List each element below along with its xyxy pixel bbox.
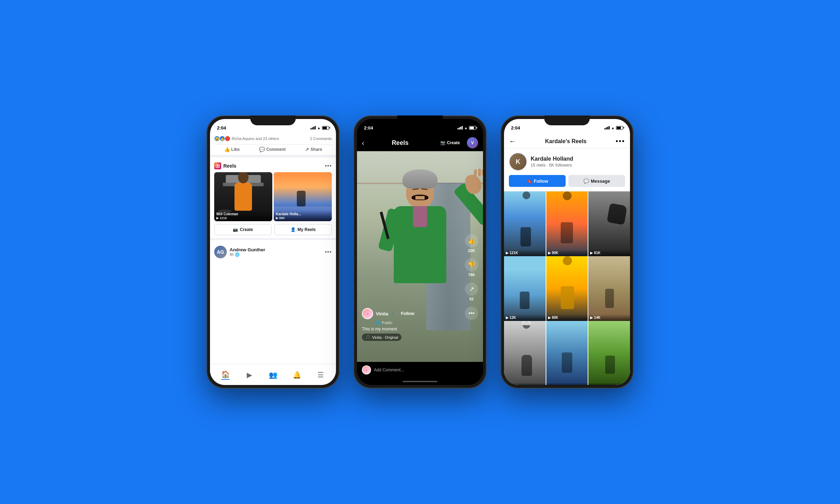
profile-reel-6[interactable]: ▶ 14K [588,256,630,321]
post-section: AG Andrew Gunther 8h 🌐 ••• [210,242,336,262]
reels-section: Reels ••• [210,160,336,238]
post-header: AG Andrew Gunther 8h 🌐 ••• [214,246,332,258]
notch-2 [397,115,443,125]
follow-icon: 🔖 [526,178,532,184]
profile-reel-2[interactable]: ▶ 90K [546,191,588,256]
notch [250,115,296,125]
reel-4-cell-overlay: ▶ 12K [504,314,546,321]
share-label: Share [310,147,322,152]
svg-point-2 [217,165,218,167]
thumbs-up-icon: 👍 [465,234,478,247]
share-interact[interactable]: ↗ 52 [465,282,478,301]
reels-player-screen: ‹ Reels 📷 Create V [357,134,483,385]
emoji-wow: 😮 [214,136,220,141]
play-icon-6: ▶ [590,316,593,320]
profile-reel-3[interactable]: ▶ 81K [588,191,630,256]
comments-count: 2 Comments [310,136,332,141]
share-count: 52 [469,297,474,301]
create-btn-label: Create [447,140,460,145]
phone-reels-player: 2:04 ▲ ‹ Reels [354,115,486,388]
profile-reel-1[interactable]: ▶ 121K [504,191,546,256]
reel-3-cell-overlay: ▶ 81K [588,250,630,256]
share-button[interactable]: ↗ Share [305,147,322,152]
video-username: Vinita [376,311,388,316]
nav-video[interactable]: ▶ [237,364,261,385]
reaction-emojis: 😮 👍 ❤️ [214,136,230,141]
profile-reel-5[interactable]: ▶ 80K [546,256,588,321]
like-button[interactable]: 👍 Like [224,147,240,152]
profile-reel-8[interactable] [546,321,588,385]
battery-icon [322,126,329,130]
separator-2 [210,238,336,240]
reels-header: Reels ••• [214,162,332,169]
reel-7-cell-overlay [504,383,546,385]
message-button[interactable]: 💬 Message [568,175,625,187]
profile-back-button[interactable]: ← [509,137,516,145]
globe-icon: 🌐 [235,252,240,257]
comment-button[interactable]: 💬 Comment [259,147,286,152]
verified-badge: ✓ [391,312,394,316]
my-reels-button[interactable]: 👤 My Reels [274,224,332,235]
follow-label: Follow [534,178,548,184]
reels-more-button[interactable]: ••• [325,163,332,169]
feed-screen: 😮 👍 ❤️ Richa Aquino and 23 others 2 Comm… [210,134,336,385]
share-icon-2: ↗ [465,282,478,296]
nav-menu[interactable]: ☰ [309,364,332,385]
create-reel-button[interactable]: 📷 Create [214,224,272,235]
nav-friends[interactable]: 👥 [261,364,285,385]
reel-3-views: 81K [594,251,600,255]
nav-notifications[interactable]: 🔔 [285,364,309,385]
reel-1-views: ▶ 121K [216,216,270,220]
reel-5-views: 80K [552,316,558,320]
message-icon: 💬 [583,178,589,184]
profile-page-title: Kardale's Reels [545,138,587,145]
battery-icon-2 [469,126,476,130]
reel-1-name: Will Coleman [216,212,270,216]
status-icons-3: ▲ [604,126,623,130]
dislike-interact[interactable]: 👎 780 [465,258,478,277]
profile-reel-7[interactable] [504,321,546,385]
phone-feed: 2:04 ▲ 😮 [206,115,340,388]
wifi-icon-2: ▲ [464,126,468,130]
bell-icon: 🔔 [293,371,301,379]
post-more-button[interactable]: ••• [325,249,332,255]
play-icon-3: ▶ [590,251,593,255]
nav-home[interactable]: 🏠 [214,364,237,385]
profile-reel-4[interactable]: ▶ 12K [504,256,546,321]
profile-reel-9[interactable] [588,321,630,385]
reel-thumb-2[interactable]: Kardale Holla... ▶ 88K [274,172,332,221]
post-time: 8h 🌐 [230,252,265,257]
like-label: Like [231,147,240,152]
share-icon: ↗ [305,147,309,152]
profile-name: Kardale Holland [531,156,573,162]
video-location: 🌐 Public [376,321,455,325]
status-time-3: 2:04 [511,125,520,131]
reels-back-button[interactable]: ‹ [362,139,364,147]
follow-button[interactable]: Follow [401,311,414,316]
music-icon: 🎵 [365,335,370,340]
reels-profile-thumb[interactable]: V [467,137,478,148]
profile-action-btns: 🔖 Follow 💬 Message [509,175,625,187]
profile-user-row: K Kardale Holland 16 reels · 6K follower… [509,153,625,171]
post-user-info: Andrew Gunther 8h 🌐 [230,247,265,257]
reel-6-cell-overlay: ▶ 14K [588,314,630,321]
follow-button-profile[interactable]: 🔖 Follow [509,175,566,187]
reels-create-button[interactable]: 📷 Create [436,139,464,147]
interaction-bar: 👍 22K 👎 780 ↗ 52 ••• [465,234,478,320]
profile-more-button[interactable]: ••• [616,137,625,145]
more-options-button[interactable]: ••• [465,307,478,320]
wifi-icon-3: ▲ [611,126,615,130]
reels-page-title: Reels [392,139,408,147]
comment-input[interactable]: Add Comment... [374,368,478,372]
message-label: Message [591,178,610,184]
audio-tag: 🎵 Vinita · Original [362,334,401,341]
reels-icon [214,162,221,169]
my-reels-icon: 👤 [290,227,296,232]
reel-thumb-1[interactable]: Will Coleman ▶ 121K [214,172,272,221]
reels-top-bar: ‹ Reels 📷 Create V [357,134,483,151]
like-interact[interactable]: 👍 22K [465,234,478,253]
comment-label: Comment [266,147,286,152]
signal-icon-2 [457,126,463,130]
home-indicator [357,378,483,385]
emoji-heart: ❤️ [225,136,230,141]
